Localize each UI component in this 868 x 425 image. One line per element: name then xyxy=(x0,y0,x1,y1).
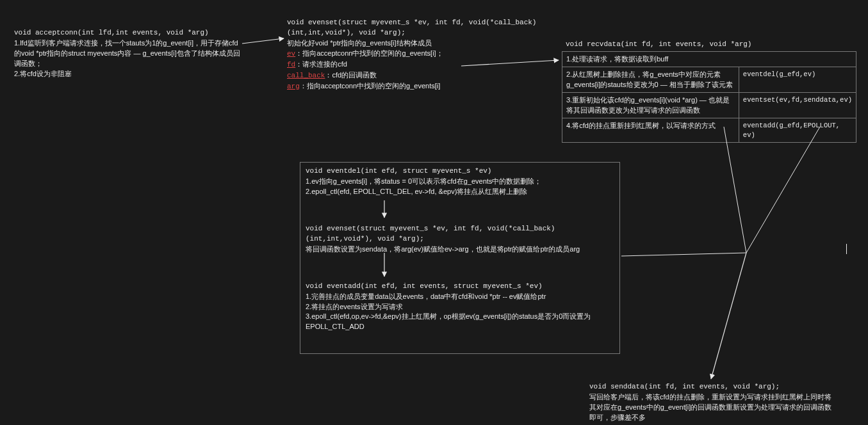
fan-line-1 xyxy=(724,127,746,253)
table-row: 2.从红黑树上删除挂点，将g_events中对应的元素g_events[i]的s… xyxy=(562,67,856,93)
recvdata-row2b: eventdel(g_efd,ev) xyxy=(739,67,856,93)
eventadd-sig: void eventadd(int efd, int events, struc… xyxy=(306,282,614,292)
eventdel-section: void eventdel(int efd, struct myevent_s … xyxy=(306,166,614,197)
text-cursor xyxy=(846,244,847,254)
evenset2-section: void evenset(struct myevent_s *ev, int f… xyxy=(306,224,614,255)
recvdata-row3a: 3.重新初始化该cfd的g_events[i](void *arg) — 也就是… xyxy=(562,93,739,118)
evenset-ev-row: ev：指向acceptconn中找到的空闲的g_events[i]； xyxy=(287,49,556,60)
arrow-to-senddata xyxy=(711,253,746,379)
table-row: 3.重新初始化该cfd的g_events[i](void *arg) — 也就是… xyxy=(562,93,856,118)
evenset-ev-label: ev xyxy=(287,50,295,58)
evenset-cb-row: call_back：cfd的回调函数 xyxy=(287,70,556,81)
senddata-sig: void senddata(int fd, int events, void *… xyxy=(589,382,833,392)
evenset-arg-label: arg xyxy=(287,83,300,90)
evenset-fd-text: ：请求连接的cfd xyxy=(295,60,347,68)
recvdata-row2a: 2.从红黑树上删除挂点，将g_events中对应的元素g_events[i]的s… xyxy=(562,67,739,93)
eventadd-section: void eventadd(int efd, int events, struc… xyxy=(306,282,614,333)
recvdata-row4a: 4.将cfd的挂点重新挂到红黑树，以写请求的方式 xyxy=(562,118,739,142)
recvdata-sig: void recvdata(int fd, int events, void *… xyxy=(566,40,856,50)
recvdata-block: void recvdata(int fd, int events, void *… xyxy=(562,40,856,143)
recvdata-row4b: eventadd(g_efd,EPOLLOUT, ev) xyxy=(739,118,856,142)
eventadd-l2: 2.将挂点的events设置为写请求 xyxy=(306,302,614,312)
eventdel-sig: void eventdel(int efd, struct myevent_s … xyxy=(306,166,614,177)
evenset2-l1: 将回调函数设置为sendata，将arg(ev)赋值给ev->arg，也就是将p… xyxy=(306,245,614,255)
eventdel-l1: 1.ev指向g_events[i]，将status = 0可以表示将cfd在g_… xyxy=(306,177,614,187)
arrow-acceptconn-evenset xyxy=(242,38,284,44)
senddata-block: void senddata(int fd, int events, void *… xyxy=(589,382,833,423)
evenset-fd-row: fd：请求连接的cfd xyxy=(287,60,556,70)
detail-block: void eventdel(int efd, struct myevent_s … xyxy=(300,162,620,354)
senddata-l1: 写回给客户端后，将该cfd的挂点删除，重新设置为写请求挂到红黑树上同时将其对应在… xyxy=(589,392,833,423)
evenset-ev-text: ：指向acceptconn中找到的空闲的g_events[i]； xyxy=(295,49,443,57)
fan-line-2 xyxy=(746,127,820,253)
recvdata-row1: 1.处理读请求，将数据读取到buff xyxy=(562,51,856,67)
acceptconn-line1: 1.lfd监听到客户端请求连接，找一个stauts为1的g_event[i]，用… xyxy=(14,38,242,69)
fan-line-3 xyxy=(621,253,746,256)
evenset-fd-label: fd xyxy=(287,61,295,68)
evenset-block: void evenset(struct myevent_s *ev, int f… xyxy=(287,18,556,92)
eventadd-l1: 1.完善挂点的成员变量data以及events，data中有cfd和void *… xyxy=(306,292,614,302)
evenset-arg-row: arg：指向acceptconn中找到的空闲的g_events[i] xyxy=(287,81,556,92)
evenset-arg-text: ：指向acceptconn中找到的空闲的g_events[i] xyxy=(300,82,440,90)
acceptconn-block: void acceptconn(int lfd,int events, void… xyxy=(14,28,242,79)
diagram-canvas: void acceptconn(int lfd,int events, void… xyxy=(0,0,868,425)
recvdata-row3b: eventset(ev,fd,senddata,ev) xyxy=(739,93,856,118)
recvdata-table: 1.处理读请求，将数据读取到buff 2.从红黑树上删除挂点，将g_events… xyxy=(562,51,856,143)
table-row: 1.处理读请求，将数据读取到buff xyxy=(562,51,856,67)
evenset-sig: void evenset(struct myevent_s *ev, int f… xyxy=(287,18,556,38)
eventdel-l2: 2.epoll_ctl(efd, EPOLL_CTL_DEL, ev->fd, … xyxy=(306,187,614,197)
acceptconn-sig: void acceptconn(int lfd,int events, void… xyxy=(14,28,242,38)
evenset-sub: 初始化好void *ptr指向的g_events[i]结构体成员 xyxy=(287,38,556,49)
acceptconn-line2: 2.将cfd设为非阻塞 xyxy=(14,69,242,79)
evenset-cb-text: ：cfd的回调函数 xyxy=(325,71,377,79)
table-row: 4.将cfd的挂点重新挂到红黑树，以写请求的方式 eventadd(g_efd,… xyxy=(562,118,856,142)
evenset-cb-label: call_back xyxy=(287,72,325,79)
eventadd-l3: 3.epoll_ctl(efd,op,ev->fd,&epv)挂上红黑树，op根… xyxy=(306,312,614,332)
evenset2-sig: void evenset(struct myevent_s *ev, int f… xyxy=(306,224,614,245)
